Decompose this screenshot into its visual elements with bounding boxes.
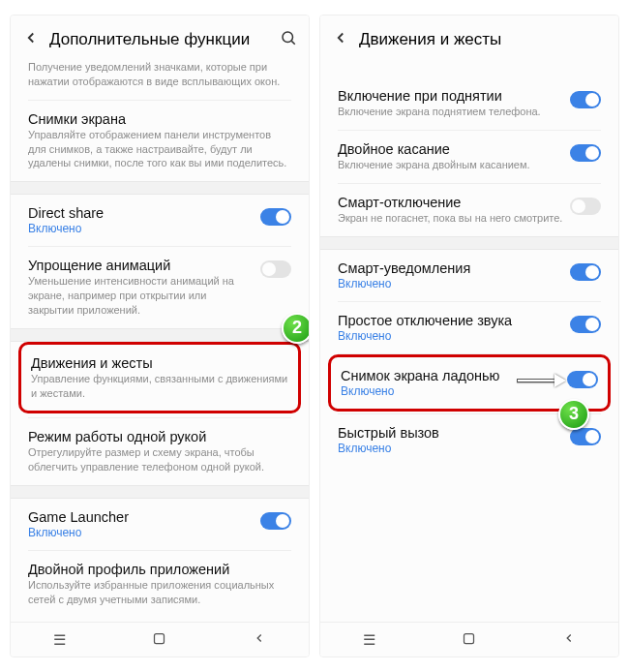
step-marker-3: 3	[558, 399, 589, 430]
item-status: Включено	[28, 222, 255, 235]
item-desc: Включение экрана поднятием телефона.	[338, 105, 564, 119]
item-desc: Включение экрана двойным касанием.	[338, 158, 564, 172]
item-status: Включено	[341, 384, 561, 398]
back-nav-icon[interactable]	[253, 631, 266, 648]
motions-gestures-item[interactable]: Движения и жесты Управление функциями, с…	[21, 345, 298, 412]
intro-desc: Получение уведомлений значками, которые …	[28, 60, 291, 89]
item-title: Режим работы одной рукой	[28, 429, 291, 444]
back-icon[interactable]	[332, 29, 349, 50]
item-status: Включено	[338, 277, 564, 290]
nav-bar: ☰	[320, 622, 618, 657]
item-desc: Управление функциями, связанными с движе…	[31, 372, 288, 401]
header: Движения и жесты	[320, 15, 618, 60]
screenshots-item[interactable]: Снимки экрана Управляйте отображением па…	[11, 101, 309, 182]
item-title: Упрощение анимаций	[28, 258, 255, 273]
direct-call-item[interactable]: Быстрый вызов Включено 3	[320, 414, 618, 466]
smart-alert-item[interactable]: Смарт-уведомления Включено	[320, 250, 618, 301]
right-screen: Движения и жесты Включение при поднятии …	[319, 15, 619, 657]
item-title: Быстрый вызов	[338, 425, 564, 441]
section-divider	[320, 236, 618, 250]
item-title: Двойное касание	[338, 141, 564, 157]
item-title: Смарт-уведомления	[338, 260, 564, 276]
back-nav-icon[interactable]	[562, 631, 576, 648]
item-title: Смарт-отключение	[338, 195, 564, 210]
lift-to-wake-item[interactable]: Включение при поднятии Включение экрана …	[320, 77, 618, 130]
item-desc: Экран не погаснет, пока вы на него смотр…	[338, 211, 564, 226]
toggle-switch[interactable]	[260, 260, 291, 278]
svg-point-0	[283, 32, 293, 43]
item-status: Включено	[338, 329, 564, 343]
toggle-switch[interactable]	[570, 316, 601, 333]
item-desc: Используйте избранные приложения социаль…	[28, 578, 291, 607]
toggle-switch[interactable]	[260, 512, 291, 530]
item-title: Direct share	[28, 205, 255, 221]
nav-bar: ☰	[11, 622, 309, 657]
home-icon[interactable]	[152, 631, 166, 649]
item-title: Простое отключение звука	[338, 313, 564, 328]
recents-icon[interactable]: ☰	[53, 631, 66, 649]
settings-list: Включение при поднятии Включение экрана …	[320, 60, 618, 622]
section-divider	[11, 328, 309, 342]
item-desc: Отрегулируйте размер и схему экрана, что…	[28, 445, 291, 474]
item-status: Включено	[338, 442, 564, 455]
toggle-switch[interactable]	[567, 371, 598, 388]
double-tap-item[interactable]: Двойное касание Включение экрана двойным…	[320, 131, 618, 183]
intro-desc-item: Получение уведомлений значками, которые …	[11, 60, 309, 100]
highlight-motions: Движения и жесты Управление функциями, с…	[18, 342, 301, 414]
toggle-switch[interactable]	[570, 263, 601, 281]
item-title: Включение при поднятии	[338, 88, 564, 104]
header: Дополнительные функции	[11, 15, 309, 60]
toggle-switch[interactable]	[570, 144, 601, 162]
toggle-switch[interactable]	[570, 198, 601, 215]
recents-icon[interactable]: ☰	[363, 631, 375, 649]
svg-rect-3	[464, 633, 473, 643]
reduce-animations-item[interactable]: Упрощение анимаций Уменьшение интенсивно…	[11, 247, 309, 328]
toggle-switch[interactable]	[260, 208, 291, 226]
game-launcher-item[interactable]: Game Launcher Включено	[11, 499, 309, 550]
direct-share-item[interactable]: Direct share Включено	[11, 195, 309, 246]
toggle-switch[interactable]	[570, 428, 601, 445]
page-title: Дополнительные функции	[49, 30, 280, 49]
item-title: Двойной профиль приложений	[28, 562, 291, 577]
arrow-indicator	[517, 379, 555, 382]
section-divider	[11, 485, 309, 499]
item-title: Game Launcher	[28, 509, 255, 525]
item-desc: Уменьшение интенсивности анимаций на экр…	[28, 274, 255, 318]
svg-line-1	[291, 41, 294, 44]
easy-mute-item[interactable]: Простое отключение звука Включено	[320, 302, 618, 353]
back-icon[interactable]	[22, 29, 40, 50]
search-icon[interactable]	[280, 29, 297, 50]
section-divider	[11, 181, 309, 195]
left-screen: Дополнительные функции Получение уведомл…	[10, 15, 310, 657]
dual-messenger-item[interactable]: Двойной профиль приложений Используйте и…	[11, 551, 309, 618]
home-icon[interactable]	[462, 631, 476, 649]
item-desc: Управляйте отображением панели инструмен…	[28, 128, 291, 171]
item-title: Снимки экрана	[28, 111, 291, 127]
smart-stay-item[interactable]: Смарт-отключение Экран не погаснет, пока…	[320, 184, 618, 236]
svg-rect-2	[154, 633, 164, 643]
settings-list: Получение уведомлений значками, которые …	[11, 60, 309, 622]
item-title: Движения и жесты	[31, 355, 288, 371]
one-hand-item[interactable]: Режим работы одной рукой Отрегулируйте р…	[11, 418, 309, 485]
toggle-switch[interactable]	[570, 91, 601, 108]
item-status: Включено	[28, 526, 255, 539]
page-title: Движения и жесты	[359, 30, 607, 49]
step-marker-2: 2	[282, 313, 309, 344]
